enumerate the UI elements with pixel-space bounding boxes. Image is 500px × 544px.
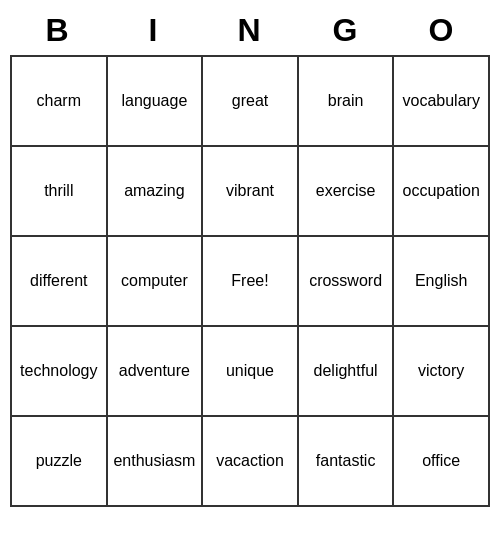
bingo-cell-16: adventure [108,327,204,417]
bingo-header: BINGO [10,8,490,53]
cell-text-8: exercise [316,182,376,200]
cell-text-4: vocabulary [403,92,480,110]
cell-text-0: charm [37,92,81,110]
bingo-cell-15: technology [12,327,108,417]
cell-text-24: office [422,452,460,470]
bingo-cell-17: unique [203,327,299,417]
bingo-cell-23: fantastic [299,417,395,507]
cell-text-12: Free! [231,272,268,290]
bingo-cell-22: vacaction [203,417,299,507]
bingo-cell-10: different [12,237,108,327]
cell-text-5: thrill [44,182,73,200]
bingo-cell-5: thrill [12,147,108,237]
cell-text-10: different [30,272,88,290]
bingo-cell-12: Free! [203,237,299,327]
cell-text-9: occupation [402,182,479,200]
bingo-cell-1: language [108,57,204,147]
cell-text-14: English [415,272,467,290]
bingo-cell-18: delightful [299,327,395,417]
cell-text-15: technology [20,362,97,380]
cell-text-13: crossword [309,272,382,290]
header-letter-n: N [202,8,298,53]
bingo-cell-14: English [394,237,490,327]
cell-text-16: adventure [119,362,190,380]
bingo-cell-9: occupation [394,147,490,237]
header-letter-b: B [10,8,106,53]
cell-text-23: fantastic [316,452,376,470]
bingo-card: BINGO charmlanguagegreatbrainvocabularyt… [10,8,490,507]
bingo-cell-20: puzzle [12,417,108,507]
header-letter-i: I [106,8,202,53]
cell-text-7: vibrant [226,182,274,200]
cell-text-17: unique [226,362,274,380]
bingo-cell-13: crossword [299,237,395,327]
bingo-cell-2: great [203,57,299,147]
cell-text-3: brain [328,92,364,110]
cell-text-22: vacaction [216,452,284,470]
bingo-cell-3: brain [299,57,395,147]
header-letter-o: O [394,8,490,53]
bingo-cell-24: office [394,417,490,507]
bingo-cell-7: vibrant [203,147,299,237]
cell-text-11: computer [121,272,188,290]
cell-text-21: enthusiasm [113,452,195,470]
header-letter-g: G [298,8,394,53]
bingo-cell-8: exercise [299,147,395,237]
bingo-cell-6: amazing [108,147,204,237]
cell-text-19: victory [418,362,464,380]
cell-text-6: amazing [124,182,184,200]
bingo-cell-19: victory [394,327,490,417]
bingo-cell-11: computer [108,237,204,327]
cell-text-2: great [232,92,268,110]
cell-text-20: puzzle [36,452,82,470]
bingo-cell-21: enthusiasm [108,417,204,507]
bingo-grid: charmlanguagegreatbrainvocabularythrilla… [10,55,490,507]
cell-text-18: delightful [314,362,378,380]
bingo-cell-4: vocabulary [394,57,490,147]
bingo-cell-0: charm [12,57,108,147]
cell-text-1: language [121,92,187,110]
